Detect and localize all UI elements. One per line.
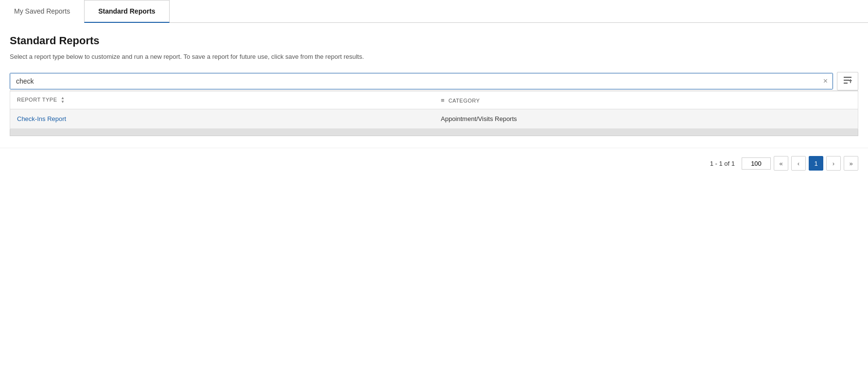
next-page-button[interactable]: › <box>826 156 841 171</box>
column-header-category[interactable]: ≡ Category <box>434 91 858 109</box>
main-content: Standard Reports Select a report type be… <box>0 23 868 148</box>
page-title: Standard Reports <box>10 35 858 47</box>
filter-icon <box>842 75 853 88</box>
search-input-wrapper: × <box>10 73 833 89</box>
tab-my-saved-reports[interactable]: My Saved Reports <box>0 0 84 23</box>
prev-page-button[interactable]: ‹ <box>791 156 806 171</box>
tab-bar: My Saved Reports Standard Reports <box>0 0 868 23</box>
category-lines-icon: ≡ <box>441 97 445 104</box>
page-size-input[interactable] <box>742 157 771 170</box>
column-report-type-label: Report Type <box>17 97 57 103</box>
table-header-row: Report Type ▲ ▼ ≡ Category <box>10 91 858 109</box>
pagination-range: 1 - 1 of 1 <box>710 160 735 167</box>
report-type-cell: Check-Ins Report <box>10 109 434 129</box>
clear-search-button[interactable]: × <box>823 77 828 85</box>
pagination-row: 1 - 1 of 1 « ‹ 1 › » <box>0 148 868 178</box>
search-input[interactable] <box>10 73 833 89</box>
filter-button[interactable] <box>837 72 858 90</box>
category-cell: Appointment/Visits Reports <box>434 109 858 129</box>
column-header-report-type[interactable]: Report Type ▲ ▼ <box>10 91 434 109</box>
sort-icon-report-type: ▲ ▼ <box>61 96 65 104</box>
page-description: Select a report type below to customize … <box>10 53 858 60</box>
report-table: Report Type ▲ ▼ ≡ Category Check-Ins Rep… <box>10 91 858 129</box>
report-type-link[interactable]: Check-Ins Report <box>17 115 66 122</box>
first-page-button[interactable]: « <box>774 156 788 171</box>
search-row: × <box>10 72 858 90</box>
current-page-button[interactable]: 1 <box>809 156 823 171</box>
column-category-label: Category <box>449 98 480 104</box>
last-page-button[interactable]: » <box>844 156 858 171</box>
table-wrapper: Report Type ▲ ▼ ≡ Category Check-Ins Rep… <box>10 90 858 129</box>
horizontal-scrollbar[interactable] <box>10 129 858 136</box>
table-row: Check-Ins ReportAppointment/Visits Repor… <box>10 109 858 129</box>
tab-standard-reports[interactable]: Standard Reports <box>84 0 169 23</box>
